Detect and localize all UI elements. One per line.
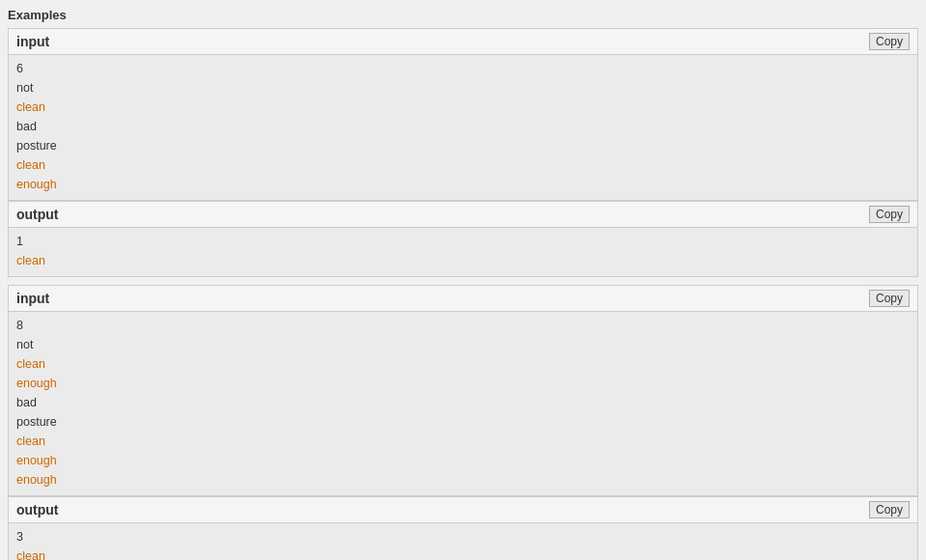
input-line: 6 [16, 59, 910, 78]
output-copy-button-1[interactable]: Copy [869, 206, 910, 223]
output-box-2: outputCopy3cleanenoughenough [8, 496, 918, 560]
input-content-1: 6notcleanbadposturecleanenough [9, 55, 917, 200]
input-line: clean [16, 354, 910, 374]
output-label-1: output [16, 207, 59, 222]
input-line: not [16, 335, 910, 354]
input-line: bad [16, 117, 910, 136]
input-label-1: input [16, 34, 49, 49]
input-line: enough [16, 451, 910, 470]
output-label-2: output [16, 502, 59, 518]
input-line: posture [16, 412, 910, 432]
output-header-2: outputCopy [9, 497, 917, 523]
input-line: clean [16, 155, 910, 175]
output-content-2: 3cleanenoughenough [9, 523, 917, 560]
section-title: Examples [8, 8, 918, 22]
input-box-2: inputCopy8notcleanenoughbadposturecleane… [8, 285, 918, 496]
output-line: clean [16, 251, 910, 270]
example-block-1: inputCopy6notcleanbadposturecleanenougho… [8, 28, 918, 277]
page-container: Examples inputCopy6notcleanbadposturecle… [8, 8, 918, 560]
input-line: clean [16, 98, 910, 117]
input-line: not [16, 78, 910, 98]
input-header-1: inputCopy [9, 29, 917, 55]
input-label-2: input [16, 291, 49, 306]
output-line: clean [16, 546, 910, 560]
input-line: 8 [16, 316, 910, 335]
input-line: posture [16, 136, 910, 155]
input-line: bad [16, 393, 910, 412]
input-line: enough [16, 470, 910, 490]
output-line: 1 [16, 232, 910, 251]
output-box-1: outputCopy1clean [8, 201, 918, 277]
input-line: enough [16, 374, 910, 393]
input-line: clean [16, 432, 910, 451]
example-block-2: inputCopy8notcleanenoughbadposturecleane… [8, 285, 918, 560]
examples-container: inputCopy6notcleanbadposturecleanenougho… [8, 28, 918, 560]
input-header-2: inputCopy [9, 286, 917, 312]
output-content-1: 1clean [9, 228, 917, 276]
input-content-2: 8notcleanenoughbadposturecleanenoughenou… [9, 312, 917, 495]
input-box-1: inputCopy6notcleanbadposturecleanenough [8, 28, 918, 201]
input-line: enough [16, 175, 910, 194]
input-copy-button-1[interactable]: Copy [869, 33, 910, 50]
input-copy-button-2[interactable]: Copy [869, 290, 910, 307]
output-line: 3 [16, 527, 910, 546]
output-copy-button-2[interactable]: Copy [869, 501, 910, 518]
output-header-1: outputCopy [9, 202, 917, 228]
